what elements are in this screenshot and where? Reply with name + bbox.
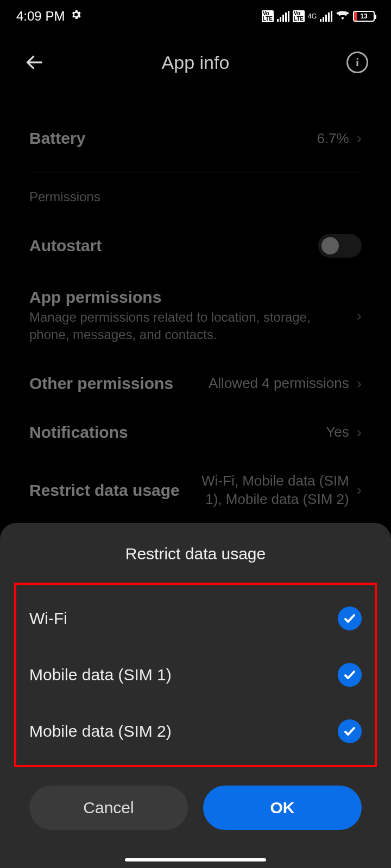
option-sim1-label: Mobile data (SIM 1) — [29, 666, 172, 684]
ok-button[interactable]: OK — [203, 786, 362, 830]
status-time: 4:09 PM — [16, 9, 65, 24]
app-permissions-row[interactable]: App permissions Manage permissions relat… — [29, 273, 362, 359]
home-indicator[interactable] — [125, 858, 266, 861]
background-content: Battery 6.7%› Permissions Autostart App … — [0, 92, 391, 524]
other-permissions-label: Other permissions — [29, 374, 173, 393]
check-icon — [338, 607, 362, 630]
cancel-button[interactable]: Cancel — [29, 786, 188, 830]
notifications-value: Yes — [326, 424, 349, 441]
sheet-title: Restrict data usage — [0, 523, 391, 583]
restrict-data-label: Restrict data usage — [29, 481, 180, 500]
notifications-label: Notifications — [29, 423, 128, 442]
other-permissions-row[interactable]: Other permissions Allowed 4 permissions› — [29, 359, 362, 408]
check-icon — [338, 663, 362, 687]
wifi-icon — [336, 9, 350, 24]
volte-icon-2: VoLTE — [293, 10, 305, 22]
option-sim2-label: Mobile data (SIM 2) — [29, 722, 172, 741]
permissions-section-header: Permissions — [29, 189, 362, 205]
app-header: App info i — [0, 33, 391, 92]
options-highlight-box: Wi-Fi Mobile data (SIM 1) Mobile data (S… — [14, 583, 377, 767]
network-type-label: 4G — [308, 13, 317, 20]
chevron-right-icon: › — [357, 130, 362, 147]
battery-row[interactable]: Battery 6.7%› — [29, 114, 362, 163]
app-permissions-label: App permissions — [29, 288, 333, 307]
check-icon — [338, 719, 362, 743]
option-wifi-label: Wi-Fi — [29, 609, 67, 628]
page-title: App info — [0, 52, 391, 73]
chevron-right-icon: › — [357, 307, 362, 324]
battery-percent: 13 — [354, 12, 374, 20]
autostart-label: Autostart — [29, 237, 102, 255]
battery-value: 6.7% — [317, 130, 349, 147]
divider — [29, 173, 362, 173]
battery-icon: 13 — [353, 11, 375, 22]
other-permissions-value: Allowed 4 permissions — [209, 375, 349, 392]
autostart-row[interactable]: Autostart — [29, 219, 362, 273]
restrict-data-value: Wi-Fi, Mobile data (SIM 1), Mobile data … — [193, 472, 349, 509]
signal-bars-icon-2 — [320, 11, 332, 22]
chevron-right-icon: › — [357, 480, 362, 500]
option-wifi[interactable]: Wi-Fi — [16, 590, 375, 647]
option-sim1[interactable]: Mobile data (SIM 1) — [16, 647, 375, 703]
chevron-right-icon: › — [357, 424, 362, 441]
notifications-row[interactable]: Notifications Yes› — [29, 408, 362, 457]
gear-icon — [70, 9, 82, 24]
chevron-right-icon: › — [357, 375, 362, 392]
restrict-data-row[interactable]: Restrict data usage Wi-Fi, Mobile data (… — [29, 457, 362, 524]
battery-label: Battery — [29, 129, 85, 148]
autostart-toggle[interactable] — [318, 234, 362, 258]
signal-bars-icon-1 — [277, 11, 289, 22]
app-permissions-sub: Manage permissions related to location, … — [29, 309, 333, 344]
volte-icon-1: VoLTE — [262, 10, 274, 22]
restrict-data-sheet: Restrict data usage Wi-Fi Mobile data (S… — [0, 523, 391, 868]
status-bar: 4:09 PM VoLTE VoLTE 4G 13 — [0, 0, 391, 33]
option-sim2[interactable]: Mobile data (SIM 2) — [16, 703, 375, 760]
